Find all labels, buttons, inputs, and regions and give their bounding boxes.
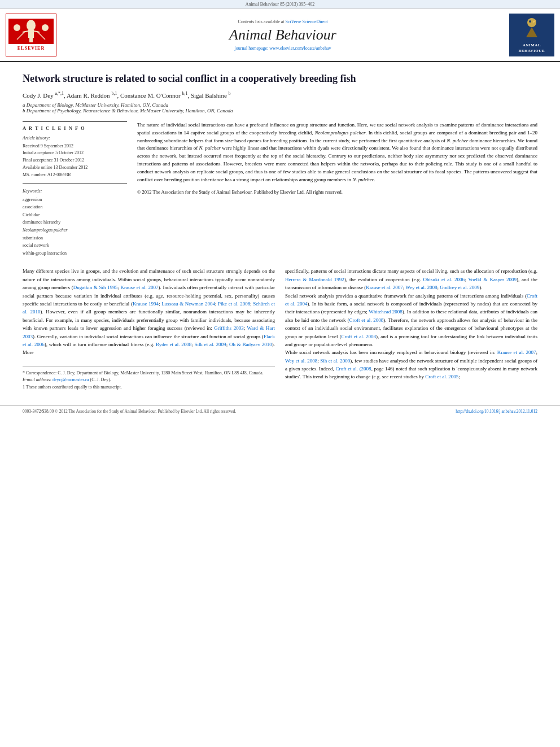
keyword-association: association	[23, 203, 127, 211]
article-info-abstract: A R T I C L E I N F O Article history: R…	[23, 121, 537, 257]
journal-issue-info: Animal Behaviour 85 (2013) 395–402	[246, 2, 315, 7]
keyword-dominance: dominance hierarchy	[23, 219, 127, 226]
svg-point-11	[527, 18, 536, 27]
ref-wey2008[interactable]: Wey et al. 2008	[285, 358, 317, 364]
body-right-column: specifically, patterns of social interac…	[285, 267, 537, 391]
ref-croft2008b[interactable]: Croft et al. 2008	[342, 334, 376, 339]
ref-krause2007c[interactable]: Krause et al. 2007	[497, 350, 536, 355]
svg-rect-5	[29, 38, 33, 42]
keywords-label: Keywords:	[23, 189, 127, 194]
author-dey: Cody J. Dey a,*,1	[23, 92, 64, 99]
keyword-aggression: aggression	[23, 196, 127, 204]
ref-dugatkin[interactable]: Dugatkin & Sih 1995	[73, 285, 118, 290]
body-left-column: Many different species live in groups, a…	[23, 267, 275, 391]
top-bar: Animal Behaviour 85 (2013) 395–402	[0, 0, 560, 9]
ref-lusseau-newman[interactable]: Lusseau & Newman 2004	[161, 301, 215, 307]
ref-silk[interactable]: Silk et al. 2009	[195, 342, 226, 347]
author-oconnor: Constance M. O'Connor b,1	[120, 92, 188, 99]
sciverse-link[interactable]: SciVerse ScienceDirect	[286, 19, 328, 24]
final-acceptance: Final acceptance 31 October 2012	[23, 157, 127, 164]
keyword-submission: submission	[23, 234, 127, 242]
ref-krause1994[interactable]: Krause 1994	[133, 301, 159, 307]
keyword-within-group: within-group interaction	[23, 250, 127, 257]
footnote-section: * Correspondence: C. J. Dey, Department …	[23, 366, 275, 391]
divider	[23, 184, 127, 184]
ref-croft2004[interactable]: Croft et al. 2004	[285, 293, 537, 307]
journal-header: ELSEVIER Contents lists available at Sci…	[0, 9, 560, 62]
affiliation-b: b Department of Psychology, Neuroscience…	[23, 108, 537, 113]
abstract-text: The nature of individual social interact…	[137, 121, 537, 196]
body-section: Many different species live in groups, a…	[23, 267, 537, 391]
keyword-neolamprologus: Neolamprologus pulcher	[23, 226, 127, 234]
affiliation-a: a Department of Biology, McMaster Univer…	[23, 102, 537, 108]
sciverse-text: Contents lists available at SciVerse Sci…	[238, 19, 328, 24]
elsevier-logo: ELSEVIER	[6, 14, 56, 56]
ref-croft2005[interactable]: Croft et al. 2005	[425, 374, 458, 379]
svg-point-13	[529, 20, 531, 23]
author-reddon: Adam R. Reddon b,1	[67, 92, 117, 99]
ref-ohtsuki[interactable]: Ohtsuki et al. 2006	[423, 277, 465, 282]
bottom-bar: 0003-3472/$38.00 © 2012 The Association …	[0, 405, 560, 417]
body-right-para-1: specifically, patterns of social interac…	[285, 267, 537, 291]
body-para-1: Many different species live in groups, a…	[23, 267, 275, 356]
journal-homepage: journal homepage: www.elsevier.com/locat…	[235, 46, 331, 51]
ref-pike[interactable]: Pike et al. 2008	[218, 301, 250, 307]
svg-point-8	[14, 24, 20, 31]
article-info-box: A R T I C L E I N F O Article history: R…	[23, 121, 127, 257]
main-content: Network structure is related to social c…	[0, 62, 560, 397]
newman-text: Newman	[185, 301, 204, 307]
body-right-para-2: Social network analysis provides a quant…	[285, 292, 537, 349]
author-balshine: Sigal Balshine b	[191, 92, 231, 99]
ref-sih[interactable]: Sih et al. 2009	[320, 358, 350, 364]
article-title: Network structure is related to social c…	[23, 72, 537, 85]
ref-godfrey[interactable]: Godfrey et al. 2009	[440, 285, 479, 290]
keyword-social-network: social network	[23, 242, 127, 250]
ref-croft2008c[interactable]: Croft et al. (2008	[336, 366, 371, 372]
available-online: Available online 13 December 2012	[23, 164, 127, 172]
keyword-cichlidae: Cichlidae	[23, 211, 127, 219]
ab-logo-text: ANIMAL BEHAVIOUR	[511, 43, 552, 54]
footnote-correspondence: * Correspondence: C. J. Dey, Department …	[23, 370, 275, 377]
affiliations: a Department of Biology, McMaster Univer…	[23, 102, 537, 113]
received-date: Received 9 September 2012	[23, 143, 127, 150]
article-info-title: A R T I C L E I N F O	[23, 125, 127, 131]
ref-voelkl[interactable]: Voelkl & Kasper 2009	[468, 277, 517, 282]
email-link[interactable]: deycj@mcmaster.ca	[53, 377, 89, 382]
copyright-notice: © 2012 The Association for the Study of …	[137, 189, 537, 196]
ref-wey[interactable]: Wey et al. 2008	[405, 285, 437, 290]
svg-point-9	[42, 24, 49, 31]
animal-behaviour-logo: ANIMAL BEHAVIOUR	[509, 14, 554, 56]
svg-rect-2	[28, 30, 34, 38]
ms-number: MS. number: A12-00693R	[23, 172, 127, 179]
ref-herrera[interactable]: Herrera & Macdonald 1992	[285, 277, 344, 282]
right-column: The nature of individual social interact…	[137, 121, 537, 257]
ref-ryder[interactable]: Ryder et al. 2008	[156, 342, 191, 347]
initial-acceptance: Initial acceptance 5 October 2012	[23, 150, 127, 157]
journal-center: Contents lists available at SciVerse Sci…	[62, 14, 504, 56]
bottom-copyright: 0003-3472/$38.00 © 2012 The Association …	[23, 409, 236, 414]
body-right-para-3: While social network analysis has been i…	[285, 348, 537, 381]
ref-krause2007b[interactable]: Krause et al. 2007	[366, 285, 403, 290]
doi-link[interactable]: http://dx.doi.org/10.1016/j.anbehav.2012…	[456, 409, 537, 414]
ref-croft2008[interactable]: Croft et al. 2008	[349, 317, 383, 323]
left-column: A R T I C L E I N F O Article history: R…	[23, 121, 127, 257]
footnote-equal-contrib: 1 These authors contributed equally to t…	[23, 384, 275, 391]
elsevier-logo-image	[8, 19, 54, 44]
ref-krause2007[interactable]: Krause et al. 2007	[121, 285, 159, 290]
keywords-section: Keywords: aggression association Cichlid…	[23, 189, 127, 257]
elsevier-brand-name: ELSEVIER	[18, 46, 45, 51]
ref-griffiths[interactable]: Griffiths 2003	[214, 325, 243, 331]
footnote-email: E-mail address: deycj@mcmaster.ca (C. J.…	[23, 377, 275, 384]
svg-point-1	[27, 20, 36, 31]
ref-whitehead[interactable]: Whitehead 2008	[369, 309, 403, 314]
journal-title: Animal Behaviour	[229, 27, 336, 43]
ref-oh-badyaev[interactable]: Oh & Badyaev 2010	[229, 342, 272, 347]
authors-line: Cody J. Dey a,*,1, Adam R. Reddon b,1, C…	[23, 91, 537, 99]
history-label: Article history:	[23, 136, 127, 141]
